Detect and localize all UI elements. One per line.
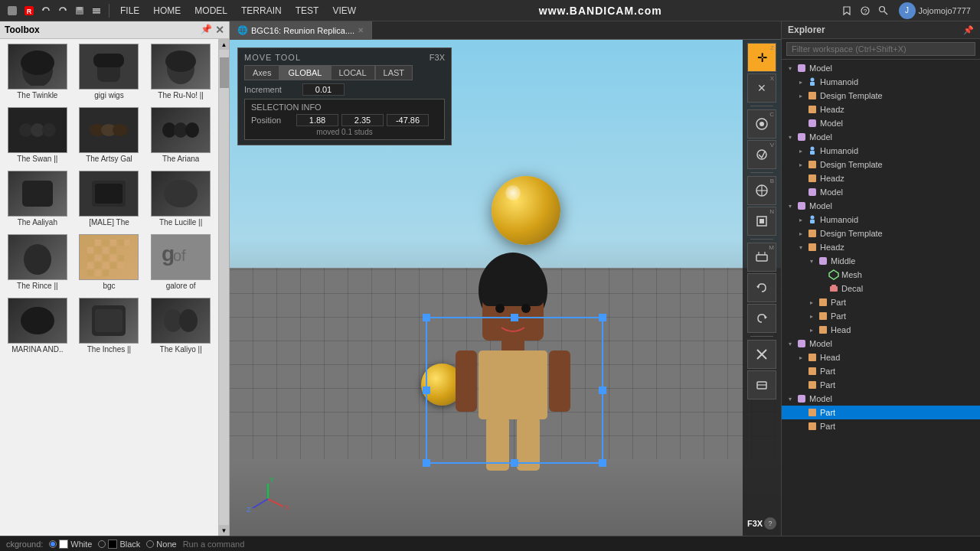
- tree-item-13[interactable]: ▾Headz: [782, 240, 980, 254]
- tree-item-3[interactable]: Headz: [782, 103, 980, 116]
- tree-arrow-10[interactable]: ▾: [785, 203, 795, 210]
- toolbox-item-7[interactable]: [MALE] The: [75, 169, 144, 228]
- menu-home[interactable]: FILE: [114, 4, 145, 18]
- help-icon[interactable]: ?: [858, 3, 873, 18]
- none-radio[interactable]: [146, 540, 154, 548]
- tree-item-8[interactable]: Headz: [782, 171, 980, 185]
- tree-item-14[interactable]: ▾Middle: [782, 254, 980, 268]
- menu-model[interactable]: HOME: [147, 4, 187, 18]
- menu-terrain[interactable]: MODEL: [188, 4, 234, 18]
- rt-btn-c[interactable]: C: [747, 109, 776, 139]
- tree-item-7[interactable]: ▸Design Template: [782, 158, 980, 171]
- rt-btn-undo[interactable]: [747, 273, 776, 302]
- rt-btn-delete[interactable]: [747, 340, 776, 369]
- tree-item-15[interactable]: Mesh: [782, 268, 980, 282]
- toolbox-item-12[interactable]: MARINA AND..: [3, 296, 72, 355]
- toolbox-item-1[interactable]: gigi wigs: [75, 42, 144, 101]
- last-btn[interactable]: LAST: [375, 65, 413, 80]
- undo-icon[interactable]: [38, 3, 54, 18]
- scroll-track[interactable]: [219, 50, 229, 525]
- bg-white-btn[interactable]: White: [49, 540, 92, 549]
- tab-close-icon[interactable]: ✕: [358, 26, 364, 34]
- explorer-pin-icon[interactable]: 📌: [963, 25, 974, 35]
- rt-btn-v[interactable]: V: [747, 140, 776, 169]
- tree-arrow-17[interactable]: ▸: [806, 299, 817, 306]
- tree-item-18[interactable]: ▸Part: [782, 309, 980, 323]
- tree-item-19[interactable]: ▸Head: [782, 323, 980, 337]
- active-tab[interactable]: 🌐 BGC16: Reunion Replica.... ✕: [230, 21, 372, 40]
- viewport[interactable]: MOVE TOOL F3X Axes GLOBAL LOCAL LAST Inc…: [230, 40, 781, 536]
- tree-arrow-11[interactable]: ▸: [795, 217, 806, 223]
- f3x-help-icon[interactable]: ?: [764, 517, 776, 530]
- explorer-search-input[interactable]: [786, 42, 975, 56]
- extra-icon[interactable]: [89, 3, 104, 18]
- tree-item-25[interactable]: Part: [782, 406, 980, 419]
- tree-item-11[interactable]: ▸Humanoid: [782, 213, 980, 227]
- rt-btn-rotate[interactable]: ✕ X: [747, 73, 776, 103]
- tree-item-16[interactable]: Decal: [782, 282, 980, 295]
- white-radio[interactable]: [49, 540, 57, 548]
- tree-item-1[interactable]: ▸Humanoid: [782, 75, 980, 89]
- search-icon[interactable]: [876, 3, 891, 18]
- toolbox-item-5[interactable]: The Ariana: [146, 106, 215, 165]
- tree-arrow-19[interactable]: ▸: [806, 327, 817, 334]
- toolbox-close-icon[interactable]: ✕: [215, 24, 224, 36]
- bookmark-icon[interactable]: [839, 3, 854, 18]
- toolbox-item-9[interactable]: The Rince ||: [3, 233, 72, 292]
- toolbox-item-0[interactable]: The Twinkle: [3, 42, 72, 101]
- menu-view[interactable]: TEST: [289, 4, 325, 18]
- tree-item-0[interactable]: ▾Model: [782, 61, 980, 75]
- menu-test[interactable]: TERRAIN: [235, 4, 288, 18]
- toolbox-item-10[interactable]: bgc: [75, 233, 144, 292]
- toolbox-scroll-area[interactable]: The Twinkle gigi wigs The Ru-No! ||: [0, 39, 218, 536]
- axes-btn[interactable]: Axes: [244, 65, 279, 80]
- rt-btn-anchor[interactable]: [747, 370, 776, 399]
- scroll-up-arrow[interactable]: ▲: [219, 39, 229, 50]
- toolbox-scrollbar[interactable]: ▲ ▼: [218, 39, 229, 536]
- rt-btn-move[interactable]: ✛ Z: [747, 43, 776, 72]
- tree-arrow-18[interactable]: ▸: [806, 313, 817, 320]
- tree-item-2[interactable]: ▸Design Template: [782, 89, 980, 103]
- tree-arrow-6[interactable]: ▸: [795, 148, 806, 155]
- tree-item-5[interactable]: ▾Model: [782, 130, 980, 144]
- save-icon[interactable]: [72, 3, 87, 18]
- toolbox-item-8[interactable]: The Lucille ||: [146, 169, 215, 228]
- toolbox-item-4[interactable]: The Artsy Gal: [75, 106, 144, 165]
- file-menu-icon[interactable]: [5, 3, 20, 18]
- tree-item-17[interactable]: ▸Part: [782, 295, 980, 309]
- tree-item-24[interactable]: ▾Model: [782, 392, 980, 406]
- tree-arrow-24[interactable]: ▾: [785, 396, 795, 403]
- scroll-thumb[interactable]: [220, 57, 229, 88]
- tree-arrow-2[interactable]: ▸: [795, 93, 806, 99]
- toolbox-item-13[interactable]: The Inches ||: [75, 296, 144, 355]
- rt-btn-b[interactable]: B: [747, 176, 776, 205]
- rt-btn-m[interactable]: M: [747, 243, 776, 272]
- command-input[interactable]: [183, 540, 974, 549]
- toolbox-item-6[interactable]: The Aaliyah: [3, 169, 72, 228]
- tree-item-4[interactable]: Model: [782, 116, 980, 130]
- tree-item-21[interactable]: ▸Head: [782, 350, 980, 364]
- tree-item-23[interactable]: Part: [782, 378, 980, 392]
- tree-item-9[interactable]: Model: [782, 185, 980, 199]
- tree-arrow-0[interactable]: ▾: [785, 65, 795, 72]
- tree-arrow-13[interactable]: ▾: [795, 244, 806, 251]
- redo-icon[interactable]: [55, 3, 70, 18]
- toolbox-item-2[interactable]: The Ru-No! ||: [146, 42, 215, 101]
- bg-none-btn[interactable]: None: [146, 540, 176, 549]
- scroll-down-arrow[interactable]: ▼: [219, 525, 229, 536]
- toolbox-item-14[interactable]: The Kaliyo ||: [146, 296, 215, 355]
- tree-arrow-12[interactable]: ▸: [795, 230, 806, 237]
- toolbox-item-11[interactable]: g of galore of: [146, 233, 215, 292]
- tree-item-6[interactable]: ▸Humanoid: [782, 144, 980, 158]
- tree-arrow-7[interactable]: ▸: [795, 161, 806, 168]
- rt-btn-n[interactable]: N: [747, 207, 776, 236]
- tree-arrow-1[interactable]: ▸: [795, 79, 806, 86]
- tree-arrow-5[interactable]: ▾: [785, 134, 795, 141]
- tree-item-22[interactable]: Part: [782, 364, 980, 378]
- rt-btn-redo[interactable]: [747, 304, 776, 333]
- global-btn[interactable]: GLOBAL: [279, 65, 330, 80]
- local-btn[interactable]: LOCAL: [331, 65, 375, 80]
- bg-black-btn[interactable]: Black: [98, 540, 140, 549]
- tree-arrow-14[interactable]: ▾: [806, 258, 817, 265]
- toolbox-item-3[interactable]: The Swan ||: [3, 106, 72, 165]
